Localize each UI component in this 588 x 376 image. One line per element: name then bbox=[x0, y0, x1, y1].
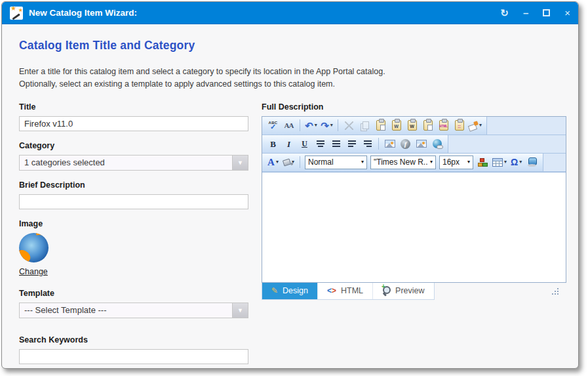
star-icon: ★ bbox=[10, 5, 16, 12]
copy-button[interactable] bbox=[357, 118, 372, 133]
align-center-button[interactable] bbox=[313, 136, 328, 151]
separator bbox=[300, 156, 300, 168]
tab-design-label: Design bbox=[283, 286, 308, 295]
align-right-button[interactable] bbox=[360, 136, 375, 151]
maximize-button[interactable] bbox=[543, 9, 550, 16]
font-name-value: "Times New R... bbox=[374, 157, 427, 167]
preview-magnifier-icon: + bbox=[382, 286, 391, 295]
snippet-button[interactable] bbox=[475, 155, 490, 169]
resize-grip[interactable] bbox=[552, 287, 560, 295]
chevron-down-icon: ▾ bbox=[504, 159, 507, 165]
window-controls: ↻ – × bbox=[500, 8, 570, 18]
spellcheck-icon: ABC✓ bbox=[269, 121, 278, 131]
close-button[interactable]: × bbox=[564, 8, 570, 18]
code-icon: <> bbox=[327, 286, 336, 295]
cut-button[interactable] bbox=[342, 118, 357, 133]
category-dropdown[interactable]: 1 categories selected ▼ bbox=[19, 155, 248, 171]
font-color-button[interactable]: A ▾ bbox=[265, 155, 281, 169]
paste-from-word-strip-button[interactable]: W bbox=[404, 118, 420, 133]
titlebar[interactable]: ★ ★ New Catalog Item Wizard: ↻ – × bbox=[2, 2, 578, 24]
font-size-value: 16px bbox=[442, 157, 465, 167]
wizard-content: Catalog Item Title and Category Enter a … bbox=[2, 39, 578, 369]
paste-misc-icon: :: bbox=[455, 120, 464, 131]
hyperlink-button[interactable] bbox=[429, 136, 444, 151]
paragraph-style-dropdown[interactable]: Normal ▾ bbox=[305, 156, 367, 169]
justify-icon bbox=[332, 140, 340, 142]
align-left-button[interactable] bbox=[344, 136, 359, 151]
format-stripper-icon bbox=[469, 121, 478, 130]
template-value: --- Select Template --- bbox=[20, 305, 232, 315]
editor-canvas[interactable] bbox=[262, 172, 566, 282]
find-icon: AA bbox=[284, 122, 294, 129]
paint-bucket-icon bbox=[283, 158, 291, 166]
format-stripper-button[interactable]: ▾ bbox=[467, 118, 483, 133]
brief-description-input[interactable] bbox=[19, 194, 248, 209]
media-icon bbox=[416, 140, 427, 148]
module-manager-button[interactable] bbox=[524, 155, 539, 169]
title-input[interactable] bbox=[19, 116, 248, 131]
toolbar-group: A ▾ ▾ Normal ▾ bbox=[262, 154, 543, 171]
spellcheck-button[interactable]: ABC✓ bbox=[265, 118, 281, 133]
star-icon: ★ bbox=[18, 7, 23, 13]
flash-manager-button[interactable]: f bbox=[398, 136, 413, 151]
font-size-dropdown[interactable]: 16px ▾ bbox=[439, 156, 473, 169]
justify-button[interactable] bbox=[328, 136, 343, 151]
category-value: 1 categories selected bbox=[20, 157, 232, 167]
editor-tabs: ✎ Design <> HTML + Preview bbox=[262, 283, 435, 300]
tab-design[interactable]: ✎ Design bbox=[262, 283, 317, 299]
paste-word-strip-icon: W bbox=[408, 120, 417, 131]
background-color-button[interactable]: ▾ bbox=[281, 155, 296, 169]
template-label: Template bbox=[19, 289, 248, 298]
undo-icon: ↶ bbox=[305, 121, 313, 131]
align-center-icon bbox=[317, 140, 324, 142]
chevron-down-icon: ▾ bbox=[467, 159, 470, 165]
tab-preview-label: Preview bbox=[395, 286, 424, 295]
find-replace-button[interactable]: AA bbox=[281, 118, 296, 133]
change-image-link[interactable]: Change bbox=[19, 267, 48, 276]
paste-plain-text-button[interactable] bbox=[420, 118, 435, 133]
copy-icon bbox=[363, 121, 369, 129]
paste-from-word-button[interactable]: W bbox=[389, 118, 404, 133]
tab-html[interactable]: <> HTML bbox=[318, 283, 372, 299]
image-manager-button[interactable] bbox=[382, 136, 397, 151]
paste-plain-icon bbox=[423, 120, 433, 131]
align-left-icon bbox=[348, 140, 356, 142]
insert-symbol-button[interactable]: Ω ▾ bbox=[509, 155, 524, 169]
image-label: Image bbox=[19, 219, 248, 228]
title-label: Title bbox=[19, 102, 248, 112]
glass-object-icon bbox=[528, 157, 536, 167]
underline-icon: U bbox=[302, 140, 307, 148]
brief-description-label: Brief Description bbox=[19, 180, 248, 190]
wizard-app-icon: ★ ★ bbox=[10, 7, 23, 20]
search-keywords-input[interactable] bbox=[19, 349, 248, 364]
chevron-down-icon[interactable]: ▼ bbox=[232, 156, 248, 170]
page-title: Catalog Item Title and Category bbox=[19, 39, 566, 52]
refresh-icon[interactable]: ↻ bbox=[500, 8, 509, 18]
intro-line-1: Enter a title for this catalog item and … bbox=[19, 67, 385, 76]
editor-toolbar-row-3: A ▾ ▾ Normal ▾ bbox=[262, 154, 566, 172]
minimize-button[interactable]: – bbox=[523, 8, 528, 18]
insert-table-button[interactable]: ▾ bbox=[491, 155, 508, 169]
chevron-down-icon: ▾ bbox=[430, 159, 433, 165]
media-manager-button[interactable] bbox=[414, 136, 429, 151]
paste-button[interactable] bbox=[373, 118, 388, 133]
underline-button[interactable]: U bbox=[297, 136, 312, 151]
paste-html-button[interactable]: :: bbox=[452, 118, 467, 133]
undo-button[interactable]: ↶ ▾ bbox=[304, 118, 319, 133]
italic-button[interactable]: I bbox=[281, 136, 296, 151]
pencil-icon: ✎ bbox=[271, 287, 278, 295]
redo-button[interactable]: ↷ ▾ bbox=[319, 118, 334, 133]
tab-html-label: HTML bbox=[341, 286, 363, 295]
tab-preview[interactable]: + Preview bbox=[373, 283, 433, 299]
chevron-down-icon: ▾ bbox=[276, 159, 279, 165]
chevron-down-icon[interactable]: ▼ bbox=[232, 303, 248, 318]
bold-button[interactable]: B bbox=[265, 136, 281, 151]
align-right-icon bbox=[364, 140, 372, 142]
template-dropdown[interactable]: --- Select Template --- ▼ bbox=[19, 303, 248, 318]
form-column: Title Category 1 categories selected ▼ B… bbox=[19, 93, 248, 369]
font-name-dropdown[interactable]: "Times New R... ▾ bbox=[370, 156, 436, 169]
scissors-icon bbox=[345, 121, 353, 130]
flash-icon: f bbox=[401, 139, 410, 149]
intro-text: Enter a title for this catalog item and … bbox=[19, 66, 566, 91]
paste-as-html-button[interactable]: HTML bbox=[436, 118, 451, 133]
